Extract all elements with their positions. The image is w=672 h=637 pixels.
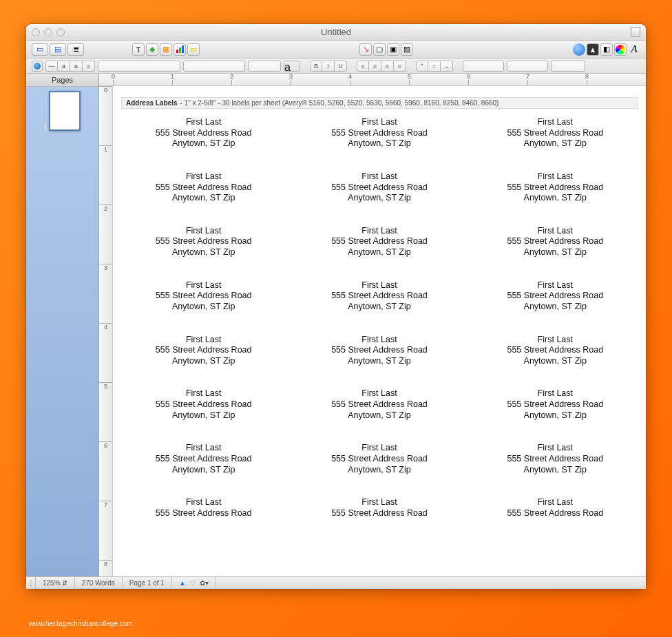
mask-button[interactable]: ▢ <box>373 43 386 56</box>
style-a2[interactable]: a <box>70 61 83 72</box>
spacing-select[interactable] <box>463 61 504 72</box>
address-label[interactable]: First Last555 Street Address RoadAnytown… <box>472 226 639 258</box>
style-segment: — a a ≡ <box>45 61 95 72</box>
comment-button[interactable]: ▭ <box>187 43 200 56</box>
address-label[interactable]: First Last555 Street Address RoadAnytown… <box>295 280 463 313</box>
valign-top-button[interactable]: ⌃ <box>416 61 428 72</box>
columns-select[interactable] <box>507 61 548 72</box>
address-label[interactable]: First Last555 Street Address RoadAnytown… <box>472 117 639 149</box>
media-icon[interactable]: ▲ <box>587 43 599 56</box>
view-button[interactable]: ▭ <box>32 43 48 56</box>
address-label[interactable]: First Last555 Street Address RoadAnytown… <box>120 117 287 149</box>
paragraph-style-icon[interactable] <box>32 61 43 72</box>
page-indicator[interactable]: Page 1 of 1 <box>123 577 172 589</box>
group-button[interactable]: ▧ <box>401 43 413 56</box>
address-label[interactable]: First Last555 Street Address Road <box>472 497 639 519</box>
watermark: www.heritagechristiancollege.com <box>29 620 133 627</box>
status-handle[interactable]: ⋮ <box>26 577 36 589</box>
align-left-button[interactable]: ≡ <box>357 61 369 72</box>
font-family-select[interactable] <box>98 61 180 72</box>
sidebar-title: Pages <box>26 74 98 87</box>
pages-sidebar: Pages 1 <box>26 74 99 576</box>
address-label[interactable]: First Last555 Street Address RoadAnytown… <box>120 280 287 313</box>
font-size-select[interactable] <box>248 61 281 72</box>
align-right-button[interactable]: ≡ <box>381 61 394 72</box>
format-bar: — a a ≡ a B I U ≡ ≡ ≡ ≡ ⌃ = ⌄ <box>26 59 646 74</box>
address-label[interactable]: First Last555 Street Address RoadAnytown… <box>472 171 639 204</box>
colors-icon[interactable] <box>614 43 627 56</box>
valign-segment: ⌃ = ⌄ <box>416 61 453 72</box>
italic-button[interactable]: I <box>322 61 335 72</box>
address-label[interactable]: First Last555 Street Address RoadAnytown… <box>295 335 463 367</box>
address-label[interactable]: First Last555 Street Address RoadAnytown… <box>472 280 639 313</box>
template-name: Address Labels <box>126 99 177 107</box>
address-label[interactable]: First Last555 Street Address RoadAnytown… <box>120 443 287 475</box>
nav-up-icon[interactable]: ▲ <box>179 579 186 587</box>
label-grid: First Last555 Street Address RoadAnytown… <box>117 117 642 519</box>
address-label[interactable]: First Last555 Street Address RoadAnytown… <box>295 117 463 149</box>
main-toolbar: ▭ ▤ ≣ T ◆ ▦ ▭ ↘ ▢ ▣ ▧ ▲ ◧ A <box>26 41 646 59</box>
text-color-button[interactable]: a <box>284 61 300 72</box>
gear-icon[interactable]: ✿▾ <box>200 579 209 587</box>
status-bar: ⋮ 125%⇵ 270 Words Page 1 of 1 ▲ ▽ ✿▾ <box>26 576 646 589</box>
window-title: Untitled <box>26 27 646 37</box>
address-label[interactable]: First Last555 Street Address RoadAnytown… <box>120 388 287 421</box>
fonts-icon[interactable]: A <box>628 43 640 56</box>
vertical-ruler[interactable]: 012345678 <box>99 86 113 576</box>
address-label[interactable]: First Last555 Street Address RoadAnytown… <box>472 335 639 367</box>
front-button[interactable]: ▣ <box>387 43 399 56</box>
textbox-button[interactable]: T <box>132 43 145 56</box>
address-label[interactable]: First Last555 Street Address RoadAnytown… <box>295 226 463 258</box>
link-button[interactable]: ↘ <box>359 43 372 56</box>
template-info-bar: Address Labels - 1" x 2-5/8" - 30 labels… <box>121 97 638 109</box>
address-label[interactable]: First Last555 Street Address RoadAnytown… <box>472 388 639 421</box>
body-area: Pages 1 012345678 012345678 Address Labe… <box>26 74 646 576</box>
fullscreen-icon[interactable] <box>631 27 640 36</box>
align-segment: ≡ ≡ ≡ ≡ <box>357 61 406 72</box>
address-label[interactable]: First Last555 Street Address RoadAnytown… <box>120 226 287 258</box>
document-page[interactable]: Address Labels - 1" x 2-5/8" - 30 labels… <box>113 86 646 576</box>
style-none[interactable]: — <box>45 61 58 72</box>
shapes-button[interactable]: ◆ <box>146 43 158 56</box>
font-style-select[interactable] <box>183 61 245 72</box>
nav-down-icon[interactable]: ▽ <box>190 579 196 587</box>
address-label[interactable]: First Last555 Street Address RoadAnytown… <box>120 171 287 204</box>
address-label[interactable]: First Last555 Street Address RoadAnytown… <box>120 335 287 367</box>
thumbnail-icon <box>49 91 81 131</box>
valign-mid-button[interactable]: = <box>428 61 441 72</box>
nav-controls[interactable]: ▲ ▽ ✿▾ <box>172 577 216 589</box>
thumbnail-number: 1 <box>44 123 48 131</box>
word-count[interactable]: 270 Words <box>75 577 123 589</box>
page-thumbnail[interactable]: 1 <box>44 91 81 131</box>
outline-button[interactable]: ≣ <box>67 43 84 56</box>
horizontal-ruler[interactable]: 012345678 <box>99 74 646 86</box>
address-label[interactable]: First Last555 Street Address RoadAnytown… <box>295 443 463 475</box>
zoom-level[interactable]: 125%⇵ <box>36 577 75 589</box>
align-center-button[interactable]: ≡ <box>369 61 381 72</box>
adjust-icon[interactable]: ◧ <box>600 43 613 56</box>
list-select[interactable] <box>551 61 585 72</box>
chart-button[interactable] <box>174 43 186 56</box>
address-label[interactable]: First Last555 Street Address Road <box>295 497 463 519</box>
editor: 012345678 012345678 Address Labels - 1" … <box>99 74 646 576</box>
address-label[interactable]: First Last555 Street Address RoadAnytown… <box>295 388 463 421</box>
valign-bot-button[interactable]: ⌄ <box>441 61 453 72</box>
app-window: Untitled ▭ ▤ ≣ T ◆ ▦ ▭ ↘ ▢ ▣ ▧ ▲ ◧ <box>26 24 646 589</box>
titlebar[interactable]: Untitled <box>26 24 646 41</box>
table-button[interactable]: ▦ <box>160 43 172 56</box>
address-label[interactable]: First Last555 Street Address Road <box>120 497 287 519</box>
style-a[interactable]: a <box>58 61 70 72</box>
biu-segment: B I U <box>310 61 347 72</box>
sections-button[interactable]: ▤ <box>50 43 66 56</box>
address-label[interactable]: First Last555 Street Address RoadAnytown… <box>295 171 463 204</box>
address-label[interactable]: First Last555 Street Address RoadAnytown… <box>472 443 639 475</box>
inspector-icon[interactable] <box>573 43 585 56</box>
underline-button[interactable]: U <box>335 61 347 72</box>
style-list[interactable]: ≡ <box>83 61 95 72</box>
template-details: - 1" x 2-5/8" - 30 labels per sheet (Ave… <box>180 99 498 107</box>
align-justify-button[interactable]: ≡ <box>394 61 406 72</box>
bold-button[interactable]: B <box>310 61 322 72</box>
